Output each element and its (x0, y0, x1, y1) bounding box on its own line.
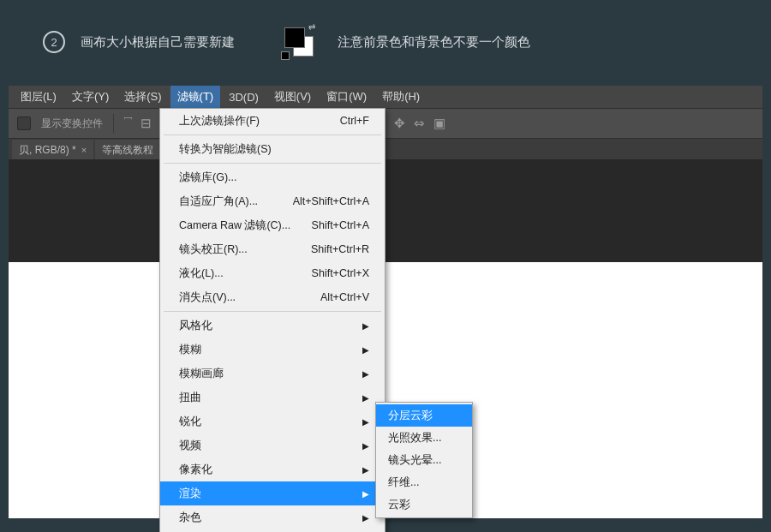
submenu-item-label: 镜头光晕... (388, 453, 441, 468)
render-submenu: 分层云彩光照效果...镜头光晕...纤维...云彩 (375, 402, 473, 518)
doc-tab-2[interactable]: 等高线教程 (95, 140, 160, 161)
doc-tab-1-label: 贝, RGB/8) * (19, 143, 76, 158)
submenu-arrow-icon: ▶ (362, 417, 369, 427)
menu-item-label: 杂色 (179, 511, 201, 525)
submenu-item-label: 纤维... (388, 475, 419, 490)
submenu-arrow-icon: ▶ (362, 489, 369, 499)
document-tabs: 贝, RGB/8) * × 等高线教程 (9, 139, 762, 161)
submenu-arrow-icon: ▶ (362, 321, 369, 331)
filter-menu-item[interactable]: 液化(L)...Shift+Ctrl+X (160, 261, 385, 285)
filter-menu-item[interactable]: 锐化▶ (160, 409, 385, 433)
menu-item-shortcut: Shift+Ctrl+X (312, 267, 369, 279)
menu-item-label: 自适应广角(A)... (179, 194, 258, 209)
pan-icon[interactable]: ✥ (394, 116, 405, 131)
slide-icon[interactable]: ⇔ (414, 116, 425, 131)
divider (113, 114, 114, 133)
camera-icon[interactable]: ▣ (433, 116, 445, 131)
instruction-text-1: 画布大小根据自己需要新建 (81, 34, 235, 51)
filter-menu-item[interactable]: 杂色▶ (160, 505, 385, 529)
submenu-arrow-icon: ▶ (362, 513, 369, 523)
menu-separator (164, 311, 381, 312)
menu-item-label: Camera Raw 滤镜(C)... (179, 218, 290, 233)
menu-item-label: 像素化 (179, 463, 212, 477)
filter-menu-item[interactable]: 扭曲▶ (160, 386, 385, 409)
menu-help[interactable]: 帮助(H) (375, 86, 427, 108)
menu-item-label: 液化(L)... (179, 266, 224, 281)
submenu-arrow-icon: ▶ (362, 369, 369, 379)
filter-menu-item[interactable]: 镜头校正(R)...Shift+Ctrl+R (160, 237, 385, 261)
menu-separator (164, 163, 381, 164)
submenu-item[interactable]: 光照效果... (376, 427, 472, 449)
filter-menu-item[interactable]: 上次滤镜操作(F)Ctrl+F (160, 109, 385, 133)
foreground-background-swatch: ⇄ (284, 27, 314, 57)
align-top-icon[interactable]: ⎴ (124, 116, 132, 131)
filter-menu-item[interactable]: 消失点(V)...Alt+Ctrl+V (160, 285, 385, 309)
menu-item-shortcut: Shift+Ctrl+R (311, 243, 369, 255)
menu-item-shortcut: Ctrl+F (340, 115, 369, 127)
menu-item-shortcut: Alt+Ctrl+V (320, 291, 369, 303)
options-bar: 显示变换控件 ⎴ ⊟ ⎵ ⎡ ⊞ ⎦ ▥ ▤ 3D 模式： ☁ ⟳ ✥ ⇔ ▣ (9, 109, 762, 139)
menu-item-shortcut: Shift+Ctrl+A (312, 219, 369, 231)
submenu-arrow-icon: ▶ (362, 345, 369, 355)
menu-separator (164, 134, 381, 135)
menu-3d[interactable]: 3D(D) (222, 87, 266, 107)
filter-dropdown-menu: 上次滤镜操作(F)Ctrl+F转换为智能滤镜(S)滤镜库(G)...自适应广角(… (159, 108, 386, 532)
default-colors-icon (281, 51, 290, 60)
submenu-item[interactable]: 纤维... (376, 471, 472, 493)
menu-item-shortcut: Alt+Shift+Ctrl+A (293, 195, 369, 207)
filter-menu-item[interactable]: 模糊▶ (160, 338, 385, 362)
submenu-arrow-icon: ▶ (362, 465, 369, 475)
filter-menu-item[interactable]: 视频▶ (160, 433, 385, 457)
step-number-badge: 2 (43, 31, 65, 53)
menu-item-label: 视频 (179, 439, 201, 453)
filter-menu-item[interactable]: 像素化▶ (160, 457, 385, 481)
menu-item-label: 风格化 (179, 319, 212, 333)
tutorial-instruction-row: 2 画布大小根据自己需要新建 ⇄ 注意前景色和背景色不要一个颜色 (43, 27, 754, 57)
menu-item-label: 消失点(V)... (179, 290, 236, 305)
submenu-arrow-icon: ▶ (362, 441, 369, 451)
menu-item-label: 渲染 (179, 487, 201, 501)
submenu-item-label: 分层云彩 (388, 409, 433, 423)
menu-window[interactable]: 窗口(W) (320, 86, 374, 108)
show-transform-controls-checkbox[interactable] (17, 117, 31, 130)
step-number: 2 (51, 36, 57, 49)
menu-item-label: 锐化 (179, 415, 201, 429)
menu-select[interactable]: 选择(S) (117, 86, 168, 108)
show-transform-controls-label: 显示变换控件 (41, 117, 103, 131)
menu-item-label: 模糊 (179, 343, 201, 357)
submenu-item-label: 云彩 (388, 498, 410, 512)
foreground-color-chip (284, 27, 305, 48)
filter-menu-item[interactable]: 滤镜库(G)... (160, 165, 385, 189)
submenu-arrow-icon: ▶ (362, 393, 369, 403)
doc-tab-2-label: 等高线教程 (102, 143, 153, 158)
submenu-item[interactable]: 镜头光晕... (376, 449, 472, 471)
menu-view[interactable]: 视图(V) (267, 86, 318, 108)
filter-menu-item[interactable]: 自适应广角(A)...Alt+Shift+Ctrl+A (160, 189, 385, 213)
submenu-item-label: 光照效果... (388, 431, 441, 445)
swap-colors-icon: ⇄ (308, 22, 315, 32)
filter-menu-item[interactable]: 风格化▶ (160, 314, 385, 338)
menu-filter[interactable]: 滤镜(T) (170, 86, 221, 108)
menu-item-label: 转换为智能滤镜(S) (179, 142, 272, 157)
menu-type[interactable]: 文字(Y) (65, 86, 116, 108)
filter-menu-item[interactable]: Camera Raw 滤镜(C)...Shift+Ctrl+A (160, 213, 385, 237)
menu-item-label: 上次滤镜操作(F) (179, 114, 260, 129)
submenu-item[interactable]: 分层云彩 (376, 404, 472, 427)
filter-menu-item[interactable]: 渲染▶ (160, 481, 385, 505)
submenu-item[interactable]: 云彩 (376, 493, 472, 516)
doc-tab-1[interactable]: 贝, RGB/8) * × (12, 140, 93, 161)
menu-item-label: 扭曲 (179, 391, 201, 405)
filter-menu-item[interactable]: 转换为智能滤镜(S) (160, 137, 385, 161)
menu-item-label: 模糊画廊 (179, 367, 224, 381)
close-icon[interactable]: × (81, 145, 87, 155)
menu-item-label: 镜头校正(R)... (179, 242, 248, 257)
filter-menu-item[interactable]: 模糊画廊▶ (160, 362, 385, 386)
instruction-text-2: 注意前景色和背景色不要一个颜色 (338, 34, 530, 51)
align-vcenter-icon[interactable]: ⊟ (140, 116, 152, 131)
menu-item-label: 滤镜库(G)... (179, 170, 236, 185)
menu-layer[interactable]: 图层(L) (14, 86, 63, 108)
menubar: 图层(L) 文字(Y) 选择(S) 滤镜(T) 3D(D) 视图(V) 窗口(W… (9, 86, 762, 109)
